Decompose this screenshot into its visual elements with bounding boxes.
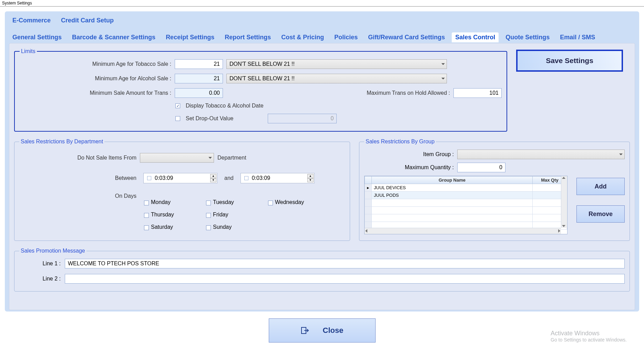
- scrollbar-horizontal[interactable]: [365, 228, 561, 234]
- cell-group-name: JUUL PODS: [372, 192, 533, 199]
- window-title: System Settings: [0, 0, 644, 7]
- tab-barcode-scanner[interactable]: Barcode & Scanner Settings: [69, 32, 159, 42]
- day-friday-label: Friday: [213, 212, 228, 217]
- tab-sales-control[interactable]: Sales Control: [452, 32, 499, 42]
- tab-general-settings[interactable]: General Settings: [9, 32, 65, 42]
- remove-button[interactable]: Remove: [576, 205, 625, 223]
- scrollbar-vertical[interactable]: [561, 176, 567, 228]
- between-label: Between: [19, 175, 136, 181]
- line1-input[interactable]: [65, 259, 625, 268]
- spin-down-icon[interactable]: ▼: [307, 178, 314, 182]
- cell-group-name: JUUL DEVICES: [372, 184, 533, 192]
- display-date-checkbox[interactable]: [175, 103, 180, 108]
- tab-email-sms[interactable]: Email / SMS: [556, 32, 599, 42]
- watermark-sub: Go to Settings to activate Windows.: [551, 337, 627, 343]
- promo-fieldset: Sales Promotion Message Line 1 : Line 2 …: [14, 248, 630, 292]
- day-friday-checkbox[interactable]: [206, 213, 211, 218]
- day-wednesday-checkbox[interactable]: [268, 201, 273, 205]
- promo-legend: Sales Promotion Message: [19, 248, 86, 254]
- max-hold-input[interactable]: [453, 88, 502, 98]
- col-group-name[interactable]: Group Name: [372, 176, 533, 184]
- table-row[interactable]: ▸ JUUL DEVICES 1: [365, 184, 567, 192]
- time-to-input[interactable]: 0:03:09 ▲▼: [241, 173, 315, 183]
- max-hold-label: Maximum Trans on Hold Allowed :: [367, 90, 450, 96]
- limits-fieldset: Limits Minimum Age for Tobacco Sale : DO…: [14, 48, 507, 132]
- save-settings-button[interactable]: Save Settings: [516, 50, 623, 72]
- min-sale-input[interactable]: [175, 88, 223, 98]
- day-tuesday-label: Tuesday: [213, 199, 234, 205]
- alcohol-msg-combo[interactable]: DON'T SELL BELOW 21 !!: [226, 74, 447, 83]
- time-from-input[interactable]: 0:03:09 ▲▼: [143, 173, 217, 183]
- line2-input[interactable]: [65, 274, 625, 284]
- tobacco-msg-value: DON'T SELL BELOW 21 !!: [229, 61, 295, 67]
- max-qty-label: Maximum Quantity :: [364, 164, 454, 171]
- table-row[interactable]: JUUL PODS 4: [365, 192, 567, 199]
- group-grid[interactable]: Group Name Max Qty ▸ JUUL DEVICES 1: [364, 176, 568, 234]
- day-saturday-checkbox[interactable]: [144, 225, 149, 230]
- group-legend: Sales Restrictions By Group: [364, 139, 436, 145]
- dropout-checkbox[interactable]: [175, 116, 180, 121]
- max-qty-input[interactable]: [457, 163, 505, 172]
- watermark-title: Activate Windows: [551, 330, 627, 337]
- tobacco-age-label: Minimum Age for Tobacco Sale :: [20, 61, 171, 67]
- tobacco-age-input[interactable]: [175, 59, 223, 69]
- exit-icon: [301, 326, 309, 335]
- dropout-label: Set Drop-Out Value: [186, 115, 233, 122]
- department-word: Department: [217, 155, 246, 161]
- tab-e-commerce[interactable]: E-Commerce: [9, 16, 54, 26]
- alcohol-age-input[interactable]: [175, 74, 223, 83]
- time-to-value: 0:03:09: [252, 175, 270, 181]
- tab-policies[interactable]: Policies: [331, 32, 361, 42]
- dept-legend: Sales Restrictions By Department: [19, 139, 104, 145]
- limits-legend: Limits: [20, 48, 37, 54]
- close-label: Close: [323, 326, 344, 335]
- group-fieldset: Sales Restrictions By Group Item Group :…: [359, 139, 630, 241]
- min-sale-label: Minimum Sale Amount for Trans :: [20, 90, 171, 96]
- department-combo[interactable]: [140, 153, 214, 163]
- day-monday-checkbox[interactable]: [144, 201, 149, 205]
- dropout-input: [268, 114, 337, 123]
- tobacco-msg-combo[interactable]: DON'T SELL BELOW 21 !!: [226, 59, 447, 69]
- line2-label: Line 2 :: [19, 276, 61, 282]
- time-from-value: 0:03:09: [155, 175, 173, 181]
- close-button[interactable]: Close: [269, 318, 376, 343]
- spin-up-icon[interactable]: ▲: [307, 174, 314, 178]
- alcohol-msg-value: DON'T SELL BELOW 21 !!: [229, 75, 295, 82]
- spin-down-icon[interactable]: ▼: [210, 178, 216, 182]
- tab-report-settings[interactable]: Report Settings: [221, 32, 274, 42]
- day-thursday-checkbox[interactable]: [144, 213, 149, 218]
- windows-watermark: Activate Windows Go to Settings to activ…: [551, 330, 627, 343]
- alcohol-age-label: Minimum Age for Alcohol Sale :: [20, 75, 171, 82]
- tab-receipt-settings[interactable]: Receipt Settings: [162, 32, 218, 42]
- day-sunday-checkbox[interactable]: [206, 225, 211, 230]
- and-label: and: [224, 175, 234, 181]
- item-group-combo[interactable]: [457, 150, 625, 159]
- dept-fieldset: Sales Restrictions By Department Do Not …: [14, 139, 350, 241]
- tab-credit-card-setup[interactable]: Credit Card Setup: [58, 16, 117, 26]
- day-wednesday-label: Wednesday: [275, 199, 304, 205]
- add-button[interactable]: Add: [576, 178, 625, 195]
- day-saturday-label: Saturday: [151, 224, 173, 230]
- do-not-sale-label: Do Not Sale Items From: [19, 155, 136, 161]
- day-thursday-label: Thursday: [151, 212, 174, 217]
- tab-quote-settings[interactable]: Quote Settings: [502, 32, 553, 42]
- tab-cost-pricing[interactable]: Cost & Pricing: [278, 32, 327, 42]
- day-monday-label: Monday: [151, 199, 171, 205]
- item-group-label: Item Group :: [364, 151, 454, 157]
- day-tuesday-checkbox[interactable]: [206, 201, 211, 205]
- display-date-label: Display Tobacco & Alcohol Date: [186, 103, 264, 109]
- spin-up-icon[interactable]: ▲: [210, 174, 216, 178]
- day-sunday-label: Sunday: [213, 224, 232, 230]
- line1-label: Line 1 :: [19, 261, 61, 267]
- on-days-label: On Days: [19, 193, 136, 230]
- tabs-container: E-Commerce Credit Card Setup General Set…: [5, 11, 639, 312]
- tab-gift-reward[interactable]: Gift/Reward Card Settings: [365, 32, 448, 42]
